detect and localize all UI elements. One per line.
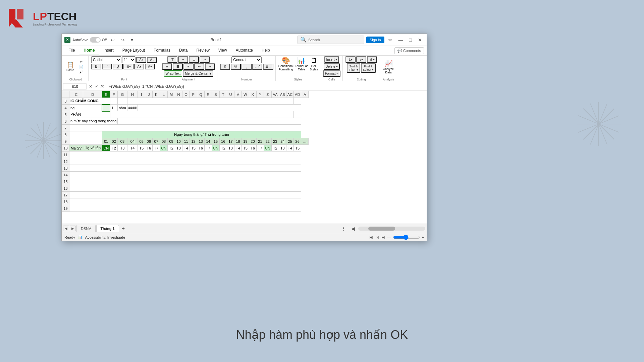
day-02[interactable]: 02: [110, 138, 118, 145]
maximize-btn[interactable]: □: [407, 37, 414, 43]
wday-cn-2[interactable]: CN: [160, 145, 168, 152]
col-header-s[interactable]: S: [212, 91, 220, 98]
cell-ref-input[interactable]: [63, 83, 87, 89]
cell-7[interactable]: [69, 125, 301, 131]
qat-btn[interactable]: ▾: [129, 37, 135, 43]
align-left-btn[interactable]: ≡: [162, 63, 172, 70]
sum-btn[interactable]: Σ▾: [345, 56, 356, 63]
edit-icon-btn[interactable]: ✏: [386, 37, 394, 43]
wday-t5-1[interactable]: T5: [138, 145, 145, 152]
clear-btn[interactable]: 🗑▾: [367, 56, 377, 63]
day-18[interactable]: 18: [234, 138, 241, 145]
tab-page-layout[interactable]: Page Layout: [118, 46, 149, 55]
align-middle-btn[interactable]: ≡: [178, 56, 188, 63]
tab-review[interactable]: Review: [192, 46, 213, 55]
tab-automate[interactable]: Automate: [232, 46, 257, 55]
cell-rest-5[interactable]: [110, 111, 294, 118]
comma-btn[interactable]: ,: [241, 64, 252, 70]
fill-btn[interactable]: ↓▾: [356, 56, 366, 63]
day-17[interactable]: 17: [227, 138, 234, 145]
paste-btn[interactable]: 📋 Paste: [65, 61, 75, 72]
day-10[interactable]: 10: [175, 138, 182, 145]
wday-t5-3[interactable]: T5: [241, 145, 249, 152]
day-12[interactable]: 12: [190, 138, 197, 145]
currency-btn[interactable]: $: [220, 64, 230, 70]
wday-t6-1[interactable]: T6: [145, 145, 153, 152]
sheet-options-btn[interactable]: ⋮: [339, 225, 348, 232]
cut-btn[interactable]: ✂: [76, 60, 86, 64]
format-cells-btn[interactable]: Format ~: [323, 70, 340, 77]
wday-t4-2[interactable]: T4: [182, 145, 190, 152]
undo-btn[interactable]: ↩: [109, 37, 117, 43]
normal-view-btn[interactable]: ⊞: [369, 235, 373, 240]
col-header-aa[interactable]: AA: [271, 91, 279, 98]
cell-e5[interactable]: [102, 111, 110, 118]
day-15[interactable]: 15: [212, 138, 220, 145]
wday-t7-2[interactable]: T7: [205, 145, 212, 152]
sort-filter-btn[interactable]: Sort &Filter ▾: [347, 63, 360, 73]
decrease-decimal-btn[interactable]: ←.0: [252, 64, 262, 70]
accessibility-status[interactable]: Accessibility: Investigate: [85, 235, 125, 239]
col-header-x[interactable]: X: [249, 91, 256, 98]
align-right-btn[interactable]: ≡: [183, 63, 194, 70]
cell-c9[interactable]: [69, 138, 83, 145]
page-break-view-btn[interactable]: ⊟: [381, 235, 385, 240]
wday-t2-2[interactable]: T2: [168, 145, 175, 152]
col-header-c[interactable]: C: [69, 91, 83, 98]
search-box[interactable]: 🔍: [297, 36, 364, 44]
day-19[interactable]: 19: [241, 138, 249, 145]
tab-formulas[interactable]: Formulas: [150, 46, 174, 55]
autosave-toggle[interactable]: [90, 37, 101, 43]
wday-t4-1[interactable]: T4: [127, 145, 138, 152]
day-06[interactable]: 06: [145, 138, 153, 145]
cell-g4[interactable]: năm: [118, 105, 127, 111]
col-header-q[interactable]: Q: [197, 91, 205, 98]
col-header-o[interactable]: O: [182, 91, 190, 98]
col-header-ab[interactable]: AB: [279, 91, 286, 98]
col-header-d[interactable]: D: [83, 91, 102, 98]
cell-c6[interactable]: n mức này công trong tháng: [69, 118, 118, 125]
day-01[interactable]: 01: [102, 138, 110, 145]
fill-color-btn[interactable]: A▾: [134, 64, 144, 69]
cell-f3[interactable]: [110, 98, 118, 105]
col-header-l[interactable]: L: [160, 91, 168, 98]
day-08[interactable]: 08: [160, 138, 168, 145]
wday-t2-1[interactable]: T2: [110, 145, 118, 152]
scroll-left-btn[interactable]: ◀: [349, 225, 357, 232]
delete-cells-btn[interactable]: Delete ▾: [324, 63, 340, 70]
day-13[interactable]: 13: [197, 138, 205, 145]
formula-input[interactable]: [105, 84, 425, 89]
number-format-select[interactable]: General: [231, 56, 262, 63]
wrap-text-btn[interactable]: Wrap Text: [164, 70, 182, 77]
close-btn[interactable]: ✕: [416, 37, 424, 43]
day-07[interactable]: 07: [153, 138, 160, 145]
increase-decimal-btn[interactable]: .0→: [263, 64, 273, 70]
col-header-v[interactable]: V: [234, 91, 241, 98]
day-04[interactable]: 04: [127, 138, 138, 145]
wday-t6-2[interactable]: T6: [197, 145, 205, 152]
cell-e4[interactable]: [102, 105, 110, 111]
conditional-format-btn[interactable]: 🎨 Conditional Formatting: [278, 56, 293, 71]
day-21[interactable]: 21: [256, 138, 264, 145]
merge-center-btn[interactable]: Merge & Center ▾: [183, 70, 213, 77]
horizontal-scrollbar[interactable]: [358, 227, 425, 231]
cell-rest-4[interactable]: [138, 105, 301, 111]
comments-btn[interactable]: 💬 Comments: [394, 47, 424, 54]
align-bottom-btn[interactable]: ⊥: [189, 56, 199, 63]
redo-btn[interactable]: ↪: [119, 37, 127, 43]
wday-cn-3[interactable]: CN: [212, 145, 220, 152]
sheet-next-btn[interactable]: ▶: [70, 226, 76, 231]
day-05[interactable]: 05: [138, 138, 145, 145]
increase-indent-btn[interactable]: ⇥: [205, 63, 215, 70]
col-header-k[interactable]: K: [153, 91, 160, 98]
wday-t3-4[interactable]: T3: [279, 145, 286, 152]
decrease-font-btn[interactable]: A↓: [147, 57, 157, 63]
cell-ma-sv[interactable]: Mã SV: [69, 145, 83, 152]
cell-h4[interactable]: ####: [127, 105, 138, 111]
orientation-btn[interactable]: ↗: [200, 56, 210, 63]
col-header-h[interactable]: H: [127, 91, 138, 98]
increase-font-btn[interactable]: A↑: [136, 57, 146, 63]
wday-t2-3[interactable]: T2: [219, 145, 227, 152]
col-header-f[interactable]: F: [110, 91, 118, 98]
col-header-n[interactable]: N: [175, 91, 182, 98]
